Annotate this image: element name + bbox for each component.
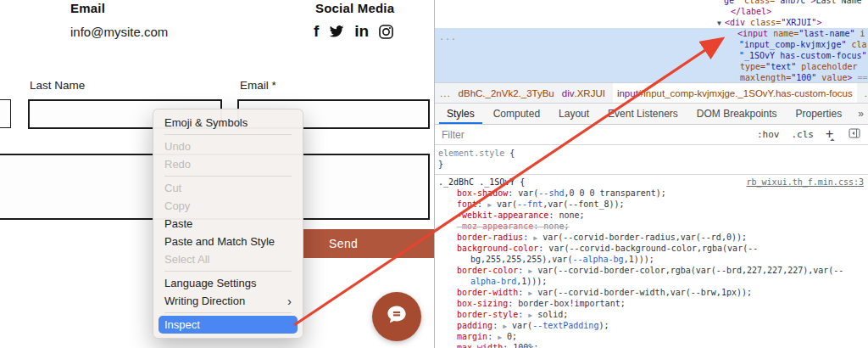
menu-item-emoji-symbols[interactable]: Emoji & Symbols — [153, 114, 303, 132]
dom-tree-line[interactable]: ge" class="ahb7c">Last Name — [435, 0, 868, 6]
tab-dom-breakpoints[interactable]: DOM Breakpoints — [687, 104, 787, 124]
sidebar-toggle-icon[interactable] — [849, 128, 860, 141]
tab-styles[interactable]: Styles — [437, 104, 484, 124]
syntax-token: #input_comp-kvjmxjge._1SOvY.has-custom-f… — [638, 88, 853, 98]
css-rule: ._2dBhC ._1SOvY { rb_wixui.th_f.min.css:… — [435, 175, 868, 348]
syntax-token: --shd — [538, 188, 564, 198]
css-declaration[interactable]: margin: ▶ 0; — [435, 331, 868, 342]
chat-bubble-icon — [384, 302, 409, 331]
dom-tree-line[interactable]: ▼<div class="XRJUI"> — [435, 17, 868, 28]
styles-filter-input[interactable] — [435, 129, 681, 141]
dom-tree-line[interactable]: "input_comp-kvjmxjge" cla — [435, 39, 868, 50]
tab-properties[interactable]: Properties — [787, 104, 852, 124]
menu-item-paste-and-match-style[interactable]: Paste and Match Style — [153, 233, 303, 250]
css-declaration[interactable]: -webkit-appearance: none; — [435, 210, 868, 221]
tab-event-listeners[interactable]: Event Listeners — [598, 104, 687, 124]
css-selector[interactable]: ._2dBhC ._1SOvY { — [435, 177, 525, 188]
css-declaration[interactable]: box-sizing: border-box!important; — [435, 298, 868, 309]
syntax-token: : border-box!important; — [508, 299, 625, 308]
syntax-token: : var( — [508, 188, 538, 198]
linkedin-icon[interactable]: in — [354, 22, 369, 41]
css-declaration[interactable]: background-color: var(--corvid-backgroun… — [435, 243, 868, 254]
syntax-token: maxlength= — [740, 73, 791, 82]
devtools-panel: ge" class="ahb7c">Last Name</label>▼<div… — [434, 0, 868, 348]
email-required-label: Email * — [240, 79, 276, 92]
first-name-input-edge[interactable] — [0, 99, 11, 128]
chat-widget-button[interactable] — [372, 292, 421, 341]
last-name-label: Last Name — [30, 79, 85, 92]
css-declaration[interactable]: font: ▶ var(--fnt,var(--font_8)); — [435, 199, 868, 210]
syntax-token: -moz-appearance — [457, 222, 533, 231]
syntax-token: "ahb7c" — [775, 0, 810, 5]
syntax-token: </label> — [731, 7, 771, 16]
css-declaration[interactable]: padding: ▶ var(--textPadding); — [435, 320, 868, 331]
css-declaration[interactable]: border-color: ▶ var(--corvid-border-colo… — [435, 265, 868, 276]
new-style-rule-button[interactable]: + — [826, 126, 837, 142]
menu-item-label: Redo — [164, 158, 191, 171]
css-declaration[interactable]: max-width: 100%; — [435, 342, 868, 348]
css-declaration[interactable]: -moz-appearance: none; — [435, 221, 868, 232]
dom-tree-line[interactable]: </label> — [435, 6, 868, 17]
breadcrumb-item[interactable]: input#input_comp-kvjmxjge._1SOvY.has-cus… — [613, 83, 857, 103]
syntax-token: <input — [737, 29, 768, 38]
css-declaration[interactable]: border-width: ▶ var(--corvid-border-widt… — [435, 287, 868, 298]
syntax-token: var(--corvid-border-color,rgba(var(--brd… — [532, 266, 843, 275]
dom-tree-line[interactable]: <input name="last-name" i — [435, 28, 868, 39]
syntax-token: name= — [773, 29, 798, 38]
syntax-token: var(--corvid-border-width,var(--brw,1px)… — [532, 288, 752, 297]
instagram-icon[interactable] — [378, 22, 394, 41]
menu-item-label: Emoji & Symbols — [164, 116, 248, 129]
breadcrumb: ... dBhC._2nVk2._3TyBudiv.XRJUIinput#inp… — [435, 82, 868, 104]
dom-tree-line[interactable]: "_1SOvY has-custom-focus" — [435, 50, 868, 61]
syntax-token: bg,255,255,255),var( — [470, 255, 572, 264]
breadcrumb-overflow-left[interactable]: ... — [440, 88, 451, 98]
email-section-heading: Email — [70, 1, 105, 15]
menu-item-paste[interactable]: Paste — [153, 215, 303, 233]
contact-email-value: info@mysite.com — [70, 25, 168, 39]
syntax-token: == — [853, 73, 868, 82]
devtools-sidebar-tabs: StylesComputedLayoutEvent ListenersDOM B… — [435, 104, 868, 125]
css-declaration[interactable]: border-radius: ▶ var(--corvid-border-rad… — [435, 232, 868, 243]
element-classes-button[interactable]: .cls — [791, 129, 814, 140]
element-style-line[interactable]: } — [435, 159, 868, 170]
menu-item-inspect[interactable]: Inspect — [159, 316, 298, 334]
syntax-token: div — [562, 88, 575, 98]
syntax-token: cla — [851, 40, 866, 49]
css-declaration[interactable]: border-style: ▶ solid; — [435, 309, 868, 320]
toggle-element-state-button[interactable]: :hov — [757, 129, 780, 140]
tab-layout[interactable]: Layout — [549, 104, 598, 124]
syntax-token: var(--corvid-border-radius,var(--rd,0)); — [537, 233, 747, 242]
menu-item-writing-direction[interactable]: Writing Direction› — [153, 292, 303, 310]
css-declaration[interactable]: alpha-brd,1))); — [435, 276, 868, 287]
syntax-token: border-style — [457, 310, 518, 319]
twitter-icon[interactable] — [328, 22, 345, 41]
menu-item-label: Inspect — [164, 318, 200, 331]
dom-tree-line[interactable]: type="text" placeholder — [435, 61, 868, 72]
breadcrumb-item[interactable]: div.XRJUI — [562, 83, 605, 103]
menu-divider — [164, 134, 292, 135]
more-tabs-icon[interactable]: » — [851, 104, 868, 124]
element-style-rule[interactable]: element.style {} — [435, 145, 868, 175]
breadcrumb-overflow-right[interactable]: ... — [865, 88, 868, 98]
tab-computed[interactable]: Computed — [484, 104, 549, 124]
facebook-icon[interactable]: f — [314, 22, 319, 41]
element-style-line[interactable]: element.style { — [435, 148, 868, 159]
syntax-token: : — [477, 199, 487, 209]
menu-item-language-settings[interactable]: Language Settings — [153, 274, 303, 292]
web-page: Email info@mysite.com Social Media f in … — [0, 0, 434, 348]
css-declaration[interactable]: box-shadow: var(--shd,0 0 0 transparent)… — [435, 188, 868, 199]
css-declaration[interactable]: bg,255,255,255),var(--alpha-bg,1))); — [435, 254, 868, 265]
syntax-token: padding — [457, 321, 492, 330]
menu-item-undo: Undo — [153, 138, 303, 155]
node-options-dots[interactable]: ... — [439, 31, 457, 42]
syntax-token: alpha-brd — [470, 277, 516, 286]
syntax-token: "_1SOvY has-custom-focus" — [739, 51, 867, 60]
dom-tree-line[interactable]: maxlength="100" value> == — [435, 72, 868, 82]
syntax-token: ▼ — [717, 18, 725, 28]
menu-item-label: Cut — [164, 182, 181, 194]
send-button[interactable]: Send — [303, 229, 434, 258]
syntax-token: margin — [457, 332, 487, 341]
stylesheet-source-link[interactable]: rb_wixui.th_f.min.css:3 — [747, 177, 864, 188]
syntax-token: solid; — [532, 310, 568, 319]
breadcrumb-item[interactable]: dBhC._2nVk2._3TyBu — [459, 83, 554, 103]
